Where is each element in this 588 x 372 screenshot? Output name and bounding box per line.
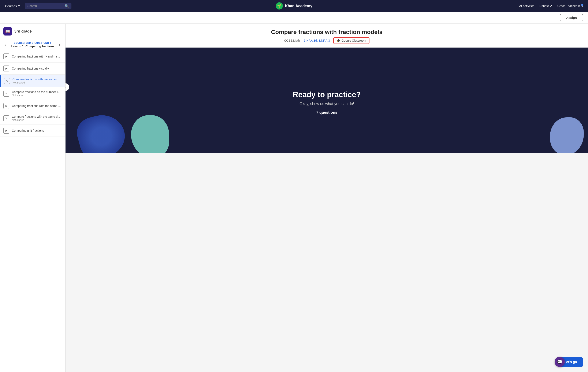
item-text: Comparing fractions with the same ... — [12, 104, 62, 107]
item-title: Comparing fractions with the same ... — [12, 104, 62, 107]
item-text: Comparing unit fractions — [12, 129, 62, 132]
ai-activities-link[interactable]: AI Activities — [519, 4, 534, 8]
breadcrumb: COURSE: 3RD GRADE > UNIT 6 — [8, 42, 57, 44]
item-text: Comparing fractions with > and < s... — [12, 55, 62, 58]
item-title: Comparing unit fractions — [12, 129, 62, 132]
sidebar-grade-icon: 📖 — [3, 27, 12, 35]
donate-label: Donate — [539, 4, 549, 8]
lesson-item[interactable]: ▶Comparing fractions visually — [0, 63, 65, 74]
item-title: Comparing fractions with > and < s... — [12, 55, 62, 58]
lesson-title: Lesson 1: Comparing fractions — [8, 45, 57, 48]
main-layout: 📖 3rd grade ‹ COURSE: 3RD GRADE > UNIT 6… — [0, 24, 588, 372]
assign-bar: Assign — [0, 12, 588, 24]
pencil-icon: ✎ — [3, 91, 9, 96]
item-subtitle: Not started — [12, 118, 62, 122]
play-icon: ▶ — [3, 103, 9, 109]
practice-ready-title: Ready to practice? — [293, 90, 361, 99]
assign-button[interactable]: Assign — [560, 14, 583, 21]
logo-icon: 🌱 — [276, 2, 283, 10]
item-title: Compare fractions on the number li... — [12, 90, 62, 94]
item-title: Compare fractions with the same d... — [12, 115, 62, 118]
user-name: Grace Teacher Test — [557, 4, 583, 8]
navbar: Courses ▾ 🔍 🌱 Khan Academy AI Activities… — [0, 0, 588, 12]
site-logo[interactable]: 🌱 Khan Academy — [276, 2, 312, 10]
blob-teal-decoration — [131, 115, 169, 153]
google-classroom-button[interactable]: 🎓 Google Classroom — [333, 37, 369, 44]
notification-dot — [581, 4, 583, 6]
play-icon: ▶ — [3, 65, 9, 71]
course-nav: ‹ COURSE: 3RD GRADE > UNIT 6 Lesson 1: C… — [0, 39, 65, 49]
sidebar-grade-title: 3rd grade — [14, 29, 32, 34]
lesson-item[interactable]: ▶Comparing fractions with > and < s... — [0, 51, 65, 63]
content-header: Compare fractions with fraction models C… — [65, 24, 588, 48]
external-link-icon: ↗ — [550, 4, 552, 8]
practice-panel: Ready to practice? Okay, show us what yo… — [65, 48, 588, 153]
sidebar-header: 📖 3rd grade — [0, 27, 65, 39]
search-input[interactable] — [28, 4, 63, 8]
lesson-item[interactable]: ✎Compare fractions with fraction mo...No… — [0, 74, 65, 87]
nav-right-section: AI Activities Donate ↗ Grace Teacher Tes… — [519, 4, 583, 8]
item-text: Compare fractions on the number li...Not… — [12, 90, 62, 97]
lesson-item[interactable]: ▶Comparing fractions with the same ... — [0, 100, 65, 112]
chat-support-button[interactable]: 💬 — [555, 357, 565, 367]
practice-subtitle: Okay, show us what you can do! — [300, 102, 354, 106]
item-subtitle: Not started — [12, 81, 62, 84]
chevron-down-icon: ▾ — [18, 4, 20, 8]
donate-link[interactable]: Donate ↗ — [539, 4, 552, 8]
item-text: Compare fractions with the same d...Not … — [12, 115, 62, 122]
lesson-item[interactable]: ✎Compare fractions on the number li...No… — [0, 87, 65, 100]
lesson-item[interactable]: ✎Compare fractions with the same d...Not… — [0, 112, 65, 125]
lesson-item[interactable]: ▶Comparing unit fractions — [0, 125, 65, 137]
item-text: Comparing fractions visually — [12, 67, 62, 70]
prev-lesson-button[interactable]: ‹ — [3, 42, 8, 48]
google-classroom-icon: 🎓 — [337, 39, 340, 42]
courses-menu[interactable]: Courses ▾ — [5, 4, 20, 8]
google-classroom-label: Google Classroom — [342, 39, 366, 42]
play-icon: ▶ — [3, 53, 9, 59]
next-lesson-button[interactable]: › — [57, 42, 62, 48]
user-menu[interactable]: Grace Teacher Test — [557, 4, 583, 8]
play-icon: ▶ — [3, 128, 9, 134]
pencil-icon: ✎ — [4, 78, 10, 84]
practice-questions-count: 7 questions — [316, 110, 337, 115]
search-box[interactable]: 🔍 — [25, 3, 72, 9]
content-area: Compare fractions with fraction models C… — [65, 24, 588, 372]
item-subtitle: Not started — [12, 94, 62, 97]
item-title: Comparing fractions visually — [12, 67, 62, 70]
item-text: Compare fractions with fraction mo...Not… — [12, 78, 62, 84]
pencil-icon: ✎ — [3, 115, 9, 121]
content-wrapper: Compare fractions with fraction models C… — [65, 24, 588, 153]
sidebar: 📖 3rd grade ‹ COURSE: 3RD GRADE > UNIT 6… — [0, 24, 65, 372]
content-meta: CCSS.Math: 3.NF.A.3d, 3.NF.A.3 🎓 Google … — [74, 37, 579, 44]
courses-label: Courses — [5, 4, 17, 8]
ccss-links[interactable]: 3.NF.A.3d, 3.NF.A.3 — [304, 39, 330, 42]
item-title: Compare fractions with fraction mo... — [12, 78, 62, 81]
chat-icon: 💬 — [557, 359, 562, 364]
blob-blue-decoration — [74, 110, 129, 153]
search-icon: 🔍 — [65, 4, 69, 8]
ccss-prefix: CCSS.Math: — [284, 39, 301, 42]
blob-purple-decoration — [550, 117, 584, 153]
lesson-items: ▶Comparing fractions with > and < s...▶C… — [0, 49, 65, 138]
course-nav-text: COURSE: 3RD GRADE > UNIT 6 Lesson 1: Com… — [8, 42, 57, 48]
site-name: Khan Academy — [285, 4, 312, 8]
content-title: Compare fractions with fraction models — [74, 29, 579, 35]
